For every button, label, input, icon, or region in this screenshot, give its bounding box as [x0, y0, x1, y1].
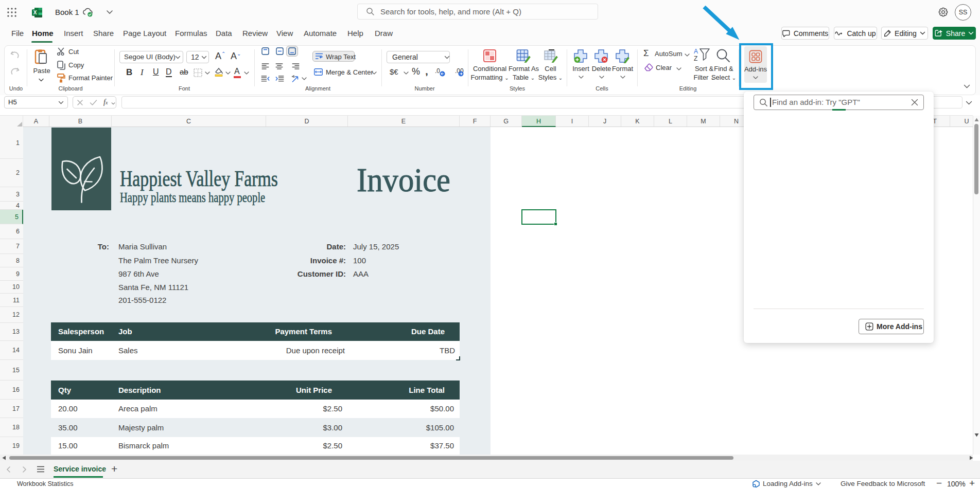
svg-text:A: A	[694, 48, 698, 55]
svg-text:X: X	[33, 10, 37, 15]
svg-text:Z: Z	[694, 55, 697, 62]
